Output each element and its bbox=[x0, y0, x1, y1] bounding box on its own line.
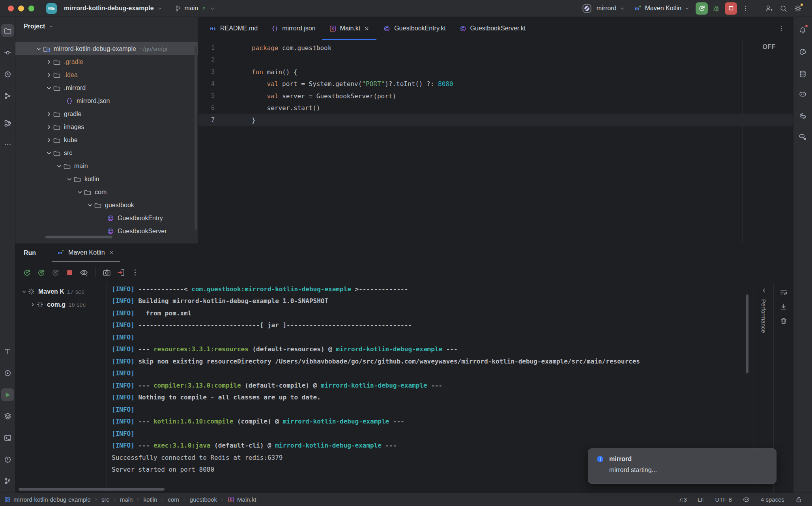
chevron-right-icon[interactable] bbox=[45, 71, 53, 79]
stripe-button-notifications-bell[interactable] bbox=[797, 23, 809, 36]
stripe-button-database[interactable] bbox=[797, 67, 809, 80]
caret-position-widget[interactable]: 7:3 bbox=[679, 496, 687, 503]
code-editor[interactable]: OFF 1package com.guestbook23fun main() {… bbox=[198, 40, 793, 244]
tree-item-mirrord-kotlin-debug-example[interactable]: mirrord-kotlin-debug-example~/go/src/gi bbox=[15, 42, 198, 55]
unlock-icon[interactable] bbox=[795, 496, 803, 503]
tab-guestbookserver-kt[interactable]: GuestbookServer.kt bbox=[453, 17, 533, 40]
tree-item--idea[interactable]: .idea bbox=[15, 68, 198, 81]
chevron-down-icon[interactable] bbox=[86, 201, 94, 209]
notification-toast[interactable]: mirrord mirrord starting... bbox=[588, 448, 776, 484]
debug-button[interactable] bbox=[710, 2, 722, 15]
stripe-button-run-play[interactable] bbox=[1, 388, 14, 401]
run-tree-item[interactable]: Maven K17 sec bbox=[15, 285, 106, 298]
encoding-widget[interactable]: UTF-8 bbox=[715, 496, 732, 503]
breadcrumb-item[interactable]: com bbox=[168, 496, 179, 503]
project-vertical-scrollbar[interactable] bbox=[195, 45, 197, 230]
soft-wrap-button[interactable] bbox=[779, 288, 788, 296]
tree-item-gradle[interactable]: gradle bbox=[15, 107, 198, 120]
stripe-button-more-horizontal[interactable] bbox=[1, 138, 14, 150]
tab-readme-md[interactable]: README.md bbox=[202, 17, 264, 40]
chevron-right-icon[interactable] bbox=[45, 110, 53, 118]
stop-filled-button[interactable] bbox=[65, 268, 74, 277]
code-line-2[interactable]: 2 bbox=[198, 54, 793, 66]
copilot-status-icon[interactable] bbox=[743, 496, 750, 503]
code-line-1[interactable]: 1package com.guestbook bbox=[198, 42, 793, 54]
run-tree-item[interactable]: com.g16 sec bbox=[15, 298, 106, 311]
console-horizontal-scrollbar[interactable] bbox=[19, 488, 165, 491]
chevron-down-icon[interactable] bbox=[45, 149, 53, 157]
collapse-icon[interactable] bbox=[760, 287, 768, 294]
stripe-button-ai-assistant[interactable] bbox=[797, 45, 809, 58]
tree-item-main[interactable]: main bbox=[15, 159, 198, 172]
close-window-button[interactable] bbox=[8, 6, 14, 11]
chevron-down-icon[interactable] bbox=[55, 162, 63, 170]
code-line-6[interactable]: 6 server.start() bbox=[198, 102, 793, 114]
rerun-button[interactable] bbox=[22, 268, 32, 277]
stripe-button-vcs-nodes[interactable] bbox=[1, 89, 14, 102]
breadcrumb-item[interactable]: guestbook bbox=[190, 496, 217, 503]
tab-mirrord-json[interactable]: mirrord.json bbox=[264, 17, 322, 40]
trash-button[interactable] bbox=[779, 317, 788, 325]
branch-widget[interactable]: main bbox=[171, 3, 219, 14]
project-horizontal-scrollbar[interactable] bbox=[45, 236, 112, 238]
console-vertical-scrollbar[interactable] bbox=[746, 294, 748, 373]
restart-disabled-button[interactable] bbox=[51, 268, 60, 277]
more-vertical-button[interactable] bbox=[131, 268, 140, 277]
tree-item-guestbook[interactable]: guestbook bbox=[15, 199, 198, 212]
stripe-button-todo[interactable] bbox=[1, 345, 14, 358]
tree-item-src[interactable]: src bbox=[15, 146, 198, 159]
search-everywhere-button[interactable] bbox=[777, 2, 790, 15]
stripe-button-copilot[interactable] bbox=[797, 88, 809, 100]
code-line-5[interactable]: 5 val server = GuestbookServer(port) bbox=[198, 90, 793, 102]
stripe-button-structure[interactable] bbox=[1, 117, 14, 129]
tree-item--mirrord[interactable]: .mirrord bbox=[15, 81, 198, 94]
stripe-button-layers[interactable] bbox=[1, 410, 14, 422]
code-with-me-button[interactable] bbox=[763, 2, 775, 15]
breadcrumb-item[interactable]: kotlin bbox=[143, 496, 157, 503]
camera-button[interactable] bbox=[102, 268, 111, 277]
stripe-button-python[interactable] bbox=[797, 110, 809, 122]
breadcrumb-item[interactable]: mirrord-kotlin-debug-example bbox=[13, 496, 91, 503]
tree-item-mirrord-json[interactable]: mirrord.json bbox=[15, 94, 198, 107]
mirrord-selector[interactable]: mirrord bbox=[578, 1, 629, 16]
stripe-button-services[interactable] bbox=[1, 367, 14, 379]
stripe-button-terminal[interactable] bbox=[1, 431, 14, 444]
minimize-window-button[interactable] bbox=[18, 6, 24, 11]
breadcrumb-item[interactable]: src bbox=[101, 496, 109, 503]
rerun-up-button[interactable] bbox=[37, 268, 46, 277]
tree-item-images[interactable]: images bbox=[15, 120, 198, 133]
settings-button[interactable] bbox=[792, 2, 804, 15]
project-panel-header[interactable]: Project bbox=[15, 17, 198, 36]
zoom-window-button[interactable] bbox=[28, 6, 34, 11]
stripe-button-project-folder[interactable] bbox=[1, 24, 14, 37]
chevron-down-icon[interactable] bbox=[21, 288, 28, 295]
more-actions-button[interactable] bbox=[739, 2, 752, 15]
run-tab-maven-kotlin[interactable]: m Maven Kotlin bbox=[52, 244, 120, 262]
tree-item-kotlin[interactable]: kotlin bbox=[15, 172, 198, 186]
project-name-widget[interactable]: mirrord-kotlin-debug-example bbox=[61, 3, 166, 14]
breadcrumb-item[interactable]: Main.kt bbox=[237, 496, 256, 503]
chevron-down-icon[interactable] bbox=[76, 188, 84, 196]
tree-item-guestbookentry[interactable]: GuestbookEntry bbox=[15, 212, 198, 225]
stripe-button-commit[interactable] bbox=[1, 46, 14, 59]
run-configuration-selector[interactable]: m Maven Kotlin bbox=[631, 2, 694, 15]
line-separator-widget[interactable]: LF bbox=[698, 496, 705, 503]
stripe-button-copilot-chat[interactable] bbox=[797, 130, 809, 143]
tree-item-com[interactable]: com bbox=[15, 186, 198, 199]
scroll-end-button[interactable] bbox=[779, 303, 788, 311]
stripe-button-history[interactable] bbox=[1, 68, 14, 81]
code-line-7[interactable]: 7} bbox=[198, 114, 793, 126]
tree-item-kube[interactable]: kube bbox=[15, 133, 198, 146]
chevron-right-icon[interactable] bbox=[45, 123, 53, 131]
tab-main-kt[interactable]: Main.kt bbox=[322, 17, 377, 40]
eye-button[interactable] bbox=[79, 268, 88, 277]
tab-guestbookentry-kt[interactable]: GuestbookEntry.kt bbox=[376, 17, 452, 40]
chevron-down-icon[interactable] bbox=[45, 84, 53, 92]
chevron-right-icon[interactable] bbox=[29, 301, 36, 308]
code-line-3[interactable]: 3fun main() { bbox=[198, 66, 793, 78]
performance-tab-label[interactable]: Performance bbox=[760, 299, 767, 333]
close-icon[interactable] bbox=[109, 249, 114, 255]
stop-button[interactable] bbox=[725, 2, 737, 15]
chevron-right-icon[interactable] bbox=[45, 136, 53, 144]
rerun-button[interactable] bbox=[696, 2, 708, 15]
